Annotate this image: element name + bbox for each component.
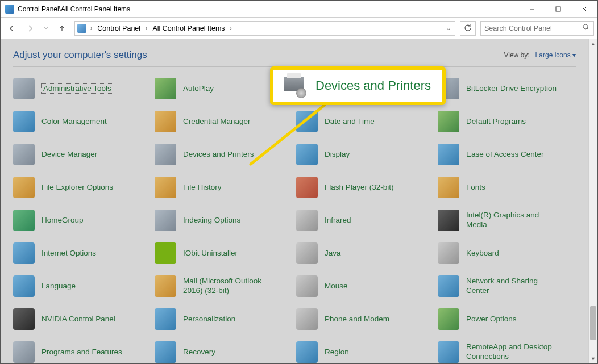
control-panel-item[interactable]: Keyboard (438, 242, 576, 265)
item-icon (13, 78, 35, 99)
item-label: Language (41, 282, 76, 291)
window-icon (5, 5, 14, 14)
item-label: Flash Player (32-bit) (325, 183, 394, 193)
control-panel-item[interactable]: Programs and Features (13, 341, 151, 363)
control-panel-item[interactable]: Devices and Printers (155, 143, 293, 166)
crumb-leaf[interactable]: All Control Panel Items (150, 23, 227, 34)
back-icon (8, 24, 16, 32)
item-label: AutoPlay (183, 84, 214, 94)
viewby-dropdown[interactable]: Large icons ▾ (535, 51, 576, 59)
control-panel-item[interactable]: Intel(R) Graphics and Media (438, 209, 576, 232)
viewby-label: View by: (504, 51, 529, 59)
item-label: Infrared (325, 216, 351, 225)
control-panel-item[interactable]: Mouse (296, 275, 434, 298)
search-box[interactable] (480, 21, 594, 36)
control-panel-item[interactable]: Region (296, 341, 434, 363)
chevron-down-icon[interactable]: ⌄ (445, 25, 452, 31)
control-panel-item[interactable]: IObit Uninstaller (155, 242, 293, 265)
item-label: NVIDIA Control Panel (41, 315, 115, 324)
up-icon (58, 24, 66, 32)
minimize-icon (529, 6, 535, 12)
control-panel-item[interactable]: Display (296, 143, 434, 166)
control-panel-item[interactable]: Color Management (13, 110, 151, 133)
control-panel-item[interactable]: RemoteApp and Desktop Connections (438, 341, 576, 363)
close-button[interactable] (571, 1, 597, 18)
minimize-button[interactable] (519, 1, 545, 18)
item-label: Fonts (466, 183, 485, 193)
control-panel-item[interactable]: Recovery (155, 341, 293, 363)
item-icon (296, 308, 318, 330)
item-label: Color Management (41, 117, 107, 127)
control-panel-item[interactable]: Ease of Access Center (438, 143, 576, 166)
maximize-icon (555, 6, 561, 12)
scroll-thumb[interactable] (590, 306, 596, 340)
item-icon (13, 177, 35, 198)
control-panel-item[interactable]: NVIDIA Control Panel (13, 308, 151, 330)
search-input[interactable] (484, 24, 583, 32)
item-icon (13, 308, 35, 330)
control-panel-item[interactable]: Fonts (438, 176, 576, 199)
item-label: Ease of Access Center (466, 150, 544, 160)
item-label: RemoteApp and Desktop Connections (466, 342, 557, 362)
item-label: Display (325, 150, 350, 160)
scroll-up-button[interactable]: ▲ (589, 39, 597, 48)
nav-toolbar: › Control Panel › All Control Panel Item… (1, 18, 597, 39)
up-button[interactable] (54, 20, 70, 36)
control-panel-item[interactable]: Credential Manager (155, 110, 293, 133)
control-panel-item[interactable]: Infrared (296, 209, 434, 232)
control-panel-item[interactable]: Indexing Options (155, 209, 293, 232)
page-title: Adjust your computer's settings (13, 49, 147, 61)
item-icon (296, 177, 318, 198)
item-icon (155, 144, 176, 165)
scroll-down-button[interactable]: ▼ (589, 354, 597, 363)
item-label: HomeGroup (41, 216, 84, 225)
control-panel-icon (77, 24, 86, 33)
chevron-right-icon: › (144, 25, 149, 31)
item-label: Java (325, 249, 341, 258)
forward-icon (26, 24, 34, 32)
control-panel-item[interactable]: Network and Sharing Center (438, 275, 576, 298)
vertical-scrollbar[interactable]: ▲ ▼ (588, 39, 597, 363)
maximize-button[interactable] (545, 1, 571, 18)
item-label: BitLocker Drive Encryption (466, 84, 557, 94)
refresh-button[interactable] (460, 21, 476, 36)
item-label: IObit Uninstaller (183, 249, 238, 258)
control-panel-item[interactable]: Flash Player (32-bit) (296, 176, 434, 199)
content-header: Adjust your computer's settings View by:… (13, 49, 576, 61)
control-panel-item[interactable]: Phone and Modem (296, 308, 434, 330)
item-label: Recovery (183, 348, 215, 357)
control-panel-item[interactable]: Device Manager (13, 143, 151, 166)
item-icon (296, 210, 318, 231)
item-icon (296, 111, 318, 132)
item-label: Administrative Tools (41, 83, 113, 94)
control-panel-item[interactable]: HomeGroup (13, 209, 151, 232)
control-panel-item[interactable]: File History (155, 176, 293, 199)
back-button[interactable] (4, 20, 20, 36)
breadcrumb-bar[interactable]: › Control Panel › All Control Panel Item… (74, 21, 455, 36)
chevron-right-icon: › (89, 25, 94, 31)
chevron-down-icon (44, 26, 48, 31)
crumb-root[interactable]: Control Panel (95, 23, 143, 34)
item-label: Network and Sharing Center (466, 277, 557, 296)
control-panel-item[interactable]: Mail (Microsoft Outlook 2016) (32-bit) (155, 275, 293, 298)
control-panel-item[interactable]: Date and Time (296, 110, 434, 133)
control-panel-item[interactable]: File Explorer Options (13, 176, 151, 199)
control-panel-item[interactable]: BitLocker Drive Encryption (438, 77, 576, 100)
svg-line-5 (587, 28, 589, 31)
control-panel-item[interactable]: Administrative Tools (13, 77, 151, 100)
control-panel-item[interactable]: Internet Options (13, 242, 151, 265)
forward-button[interactable] (22, 20, 38, 36)
item-icon (155, 78, 176, 99)
control-panel-item[interactable]: Java (296, 242, 434, 265)
body: Adjust your computer's settings View by:… (1, 39, 597, 363)
item-icon (296, 242, 318, 264)
item-icon (438, 242, 459, 264)
items-grid: Administrative ToolsAutoPlayBackup and R… (13, 77, 576, 363)
control-panel-item[interactable]: Personalization (155, 308, 293, 330)
history-dropdown[interactable] (40, 20, 52, 36)
control-panel-item[interactable]: Language (13, 275, 151, 298)
devices-and-printers-icon (281, 73, 306, 98)
control-panel-item[interactable]: Power Options (438, 308, 576, 330)
control-panel-item[interactable]: Default Programs (438, 110, 576, 133)
item-label: Intel(R) Graphics and Media (466, 211, 557, 230)
